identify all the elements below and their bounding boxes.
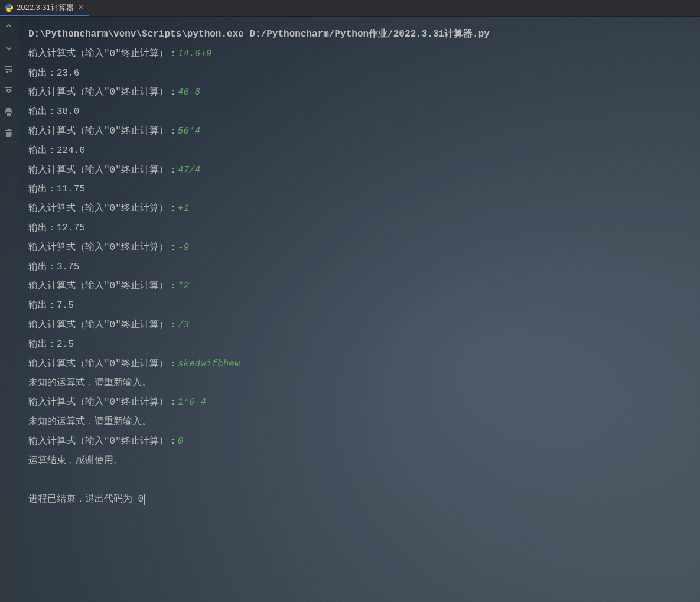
prompt-line: 输入计算式（输入"0"终止计算）：14.6+9 bbox=[28, 44, 689, 64]
prompt-line: 输入计算式（输入"0"终止计算）：1*6-4 bbox=[28, 393, 689, 412]
error-line: 未知的运算式，请重新输入。 bbox=[28, 373, 689, 393]
print-icon[interactable] bbox=[4, 106, 14, 117]
gutter bbox=[0, 17, 18, 602]
error-line: 未知的运算式，请重新输入。 bbox=[28, 412, 689, 432]
scroll-up-icon[interactable] bbox=[4, 21, 14, 32]
prompt-line: 输入计算式（输入"0"终止计算）：/3 bbox=[28, 315, 689, 335]
blank-line bbox=[28, 470, 689, 490]
python-icon bbox=[5, 4, 13, 12]
command-line: D:\Pythoncharm\venv\Scripts\python.exe D… bbox=[28, 25, 689, 44]
main-area: D:\Pythoncharm\venv\Scripts\python.exe D… bbox=[0, 17, 700, 602]
tab-bar: 2022.3.31计算器 × bbox=[0, 0, 700, 17]
scroll-down-icon[interactable] bbox=[4, 43, 14, 53]
prompt-line: 输入计算式（输入"0"终止计算）：*2 bbox=[28, 276, 689, 296]
close-icon[interactable]: × bbox=[77, 3, 84, 12]
output-line: 输出：224.0 bbox=[28, 141, 689, 161]
trash-icon[interactable] bbox=[4, 128, 14, 138]
scroll-to-end-icon[interactable] bbox=[4, 85, 14, 96]
tab-active[interactable]: 2022.3.31计算器 × bbox=[0, 0, 89, 16]
end-line: 运算结束，感谢使用。 bbox=[28, 451, 689, 471]
prompt-line: 输入计算式（输入"0"终止计算）：46-8 bbox=[28, 83, 689, 102]
output-line: 输出：7.5 bbox=[28, 296, 689, 315]
output-line: 输出：12.75 bbox=[28, 219, 689, 238]
exit-line: 进程已结束，退出代码为 0 bbox=[28, 490, 689, 509]
output-line: 输出：2.5 bbox=[28, 335, 689, 354]
prompt-line: 输入计算式（输入"0"终止计算）：+1 bbox=[28, 199, 689, 219]
soft-wrap-icon[interactable] bbox=[4, 64, 14, 74]
tab-title: 2022.3.31计算器 bbox=[17, 2, 74, 13]
prompt-line: 输入计算式（输入"0"终止计算）：0 bbox=[28, 432, 689, 451]
prompt-line: 输入计算式（输入"0"终止计算）：56*4 bbox=[28, 122, 689, 141]
output-line: 输出：38.0 bbox=[28, 102, 689, 122]
prompt-line: 输入计算式（输入"0"终止计算）：-9 bbox=[28, 238, 689, 258]
prompt-line: 输入计算式（输入"0"终止计算）：47/4 bbox=[28, 161, 689, 180]
prompt-line: 输入计算式（输入"0"终止计算）：skedwifbhew bbox=[28, 354, 689, 374]
console-output[interactable]: D:\Pythoncharm\venv\Scripts\python.exe D… bbox=[18, 17, 700, 602]
output-line: 输出：11.75 bbox=[28, 180, 689, 199]
output-line: 输出：3.75 bbox=[28, 258, 689, 277]
output-line: 输出：23.6 bbox=[28, 64, 689, 83]
